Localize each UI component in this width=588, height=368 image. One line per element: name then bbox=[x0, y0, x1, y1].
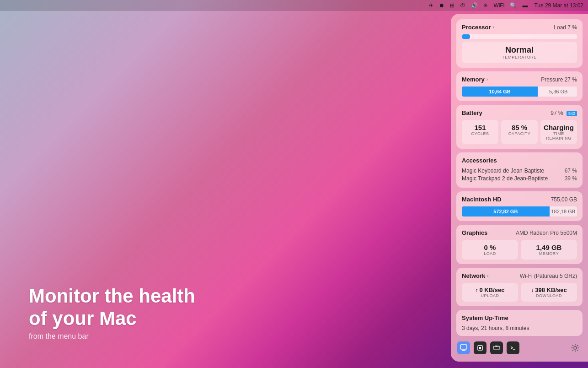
upload-arrow: ↑ bbox=[476, 287, 478, 293]
processor-temp-label: TEMPERATURE bbox=[462, 55, 577, 60]
graphics-title[interactable]: Graphics bbox=[462, 229, 487, 236]
network-connection: Wi-Fi (Patureau 5 GHz) bbox=[520, 273, 577, 279]
tab-ram[interactable] bbox=[490, 341, 503, 354]
graphics-stats: 0 % LOAD 1,49 GB MEMORY bbox=[462, 240, 577, 260]
network-upload: ↑ 0 KB/sec UPLOAD bbox=[462, 283, 518, 302]
settings-button[interactable] bbox=[569, 341, 582, 354]
graphics-card: Graphics AMD Radeon Pro 5500M 0 % LOAD 1… bbox=[456, 225, 583, 264]
processor-card: Processor › Load 7 % Normal TEMPERATURE bbox=[456, 19, 583, 68]
download-arrow: ↓ bbox=[531, 287, 534, 293]
graphics-memory: 1,49 GB MEMORY bbox=[521, 240, 577, 260]
accessories-card: Accessories Magic Keyboard de Jean-Bapti… bbox=[456, 152, 583, 188]
processor-title[interactable]: Processor › bbox=[462, 24, 494, 31]
battery-cycles: 151 CYCLES bbox=[462, 120, 498, 144]
storage-bar: 572,82 GB 182,18 GB bbox=[462, 206, 577, 216]
network-stats: ↑ 0 KB/sec UPLOAD ↓ 398 KB/sec DOWNLOAD bbox=[462, 283, 577, 302]
menubar-time: Tue 29 Mar at 13:02 bbox=[534, 2, 583, 9]
battery-percent: 97 % 542 bbox=[551, 110, 577, 116]
uptime-header: System Up-Time bbox=[462, 314, 577, 321]
promo-subline: from the menu bar bbox=[29, 332, 195, 341]
memory-header: Memory › Pressure 27 % bbox=[462, 76, 577, 83]
accessories-title: Accessories bbox=[462, 157, 497, 164]
cast-icon[interactable]: ▬ bbox=[522, 2, 528, 9]
graphics-load: 0 % LOAD bbox=[462, 240, 518, 260]
svg-rect-5 bbox=[495, 346, 496, 346]
svg-rect-7 bbox=[497, 346, 498, 346]
battery-time-remaining: Charging TIME REMAINING bbox=[540, 120, 577, 144]
location-icon[interactable]: ✈ bbox=[429, 2, 433, 9]
storage-total: 755,00 GB bbox=[551, 196, 577, 203]
network-chevron: › bbox=[487, 273, 488, 278]
processor-header: Processor › Load 7 % bbox=[462, 24, 577, 31]
storage-used-bar: 572,82 GB bbox=[462, 206, 550, 216]
accessories-list: Magic Keyboard de Jean-Baptiste 67 % Mag… bbox=[462, 168, 577, 182]
svg-point-9 bbox=[574, 346, 577, 349]
storage-header: Macintosh HD 755,00 GB bbox=[462, 196, 577, 203]
accessories-header: Accessories bbox=[462, 157, 577, 164]
memory-bar: 10,64 GB 5,36 GB bbox=[462, 87, 577, 97]
battery-header: Battery 97 % 542 bbox=[462, 109, 577, 116]
network-header: Network › Wi-Fi (Patureau 5 GHz) bbox=[462, 272, 577, 279]
battery-card: Battery 97 % 542 151 CYCLES 85 % CAPACIT… bbox=[456, 105, 583, 149]
accessory-row-keyboard: Magic Keyboard de Jean-Baptiste 67 % bbox=[462, 168, 577, 174]
processor-chevron: › bbox=[493, 25, 494, 30]
accessory-pct-trackpad: 39 % bbox=[565, 175, 577, 182]
graphics-model: AMD Radeon Pro 5500M bbox=[516, 230, 577, 236]
search-icon[interactable]: 🔍 bbox=[510, 2, 517, 9]
uptime-value: 3 days, 21 hours, 8 minutes bbox=[462, 325, 577, 331]
svg-rect-4 bbox=[493, 346, 500, 349]
desktop-promo: Monitor the health of your Mac from the … bbox=[29, 285, 195, 341]
storage-title[interactable]: Macintosh HD bbox=[462, 196, 502, 203]
processor-temp-value: Normal bbox=[462, 45, 577, 55]
processor-progress-fill bbox=[462, 34, 470, 39]
battery-badge: 542 bbox=[567, 111, 577, 116]
processor-progress-container bbox=[462, 34, 577, 39]
memory-title[interactable]: Memory › bbox=[462, 76, 488, 83]
tab-terminal[interactable] bbox=[507, 341, 519, 354]
wifi-icon[interactable]: WiFi bbox=[493, 2, 504, 9]
memory-pressure: Pressure 27 % bbox=[541, 76, 577, 83]
tab-monitor[interactable] bbox=[457, 341, 470, 354]
uptime-card: System Up-Time 3 days, 21 hours, 8 minut… bbox=[456, 310, 583, 336]
memory-chevron: › bbox=[486, 77, 488, 82]
processor-temp: Normal TEMPERATURE bbox=[462, 42, 577, 63]
promo-headline: Monitor the health of your Mac bbox=[29, 285, 195, 330]
storage-free-bar: 182,18 GB bbox=[550, 209, 577, 214]
record-icon[interactable]: ⏺ bbox=[439, 2, 444, 9]
battery-stats: 151 CYCLES 85 % CAPACITY Charging TIME R… bbox=[462, 120, 577, 144]
accessory-name-keyboard: Magic Keyboard de Jean-Baptiste bbox=[462, 168, 544, 174]
memory-used-bar: 10,64 GB bbox=[462, 87, 538, 97]
accessory-name-trackpad: Magic Trackpad 2 de Jean-Baptiste bbox=[462, 175, 548, 182]
menubar: ✈ ⏺ ⊞ ⏱ 🔊 ✳ WiFi 🔍 ▬ Tue 29 Mar at 13:02 bbox=[0, 0, 588, 11]
processor-load: Load 7 % bbox=[554, 24, 577, 31]
grid-icon[interactable]: ⊞ bbox=[450, 2, 454, 9]
storage-card: Macintosh HD 755,00 GB 572,82 GB 182,18 … bbox=[456, 191, 583, 221]
battery-title[interactable]: Battery bbox=[462, 109, 482, 116]
svg-rect-6 bbox=[496, 346, 497, 346]
graphics-header: Graphics AMD Radeon Pro 5500M bbox=[462, 229, 577, 236]
svg-rect-0 bbox=[460, 345, 467, 349]
uptime-title: System Up-Time bbox=[462, 314, 508, 321]
footer-icon-group bbox=[457, 341, 519, 354]
accessory-pct-keyboard: 67 % bbox=[565, 168, 577, 174]
memory-card: Memory › Pressure 27 % 10,64 GB 5,36 GB bbox=[456, 71, 583, 101]
widget-panel: Processor › Load 7 % Normal TEMPERATURE … bbox=[451, 14, 588, 362]
menubar-system-icons: ✈ ⏺ ⊞ ⏱ 🔊 ✳ WiFi 🔍 ▬ bbox=[429, 2, 528, 9]
battery-capacity: 85 % CAPACITY bbox=[501, 120, 538, 144]
memory-free-bar: 5,36 GB bbox=[540, 89, 577, 94]
accessory-row-trackpad: Magic Trackpad 2 de Jean-Baptiste 39 % bbox=[462, 175, 577, 182]
footer-tabs bbox=[456, 340, 583, 355]
network-download: ↓ 398 KB/sec DOWNLOAD bbox=[521, 283, 577, 302]
svg-rect-3 bbox=[479, 347, 481, 349]
clock-icon[interactable]: ⏱ bbox=[460, 2, 465, 9]
network-card: Network › Wi-Fi (Patureau 5 GHz) ↑ 0 KB/… bbox=[456, 268, 583, 306]
bluetooth-icon[interactable]: ✳ bbox=[483, 2, 488, 9]
tab-cpu[interactable] bbox=[474, 341, 486, 354]
volume-icon[interactable]: 🔊 bbox=[471, 2, 478, 9]
network-title[interactable]: Network › bbox=[462, 272, 489, 279]
